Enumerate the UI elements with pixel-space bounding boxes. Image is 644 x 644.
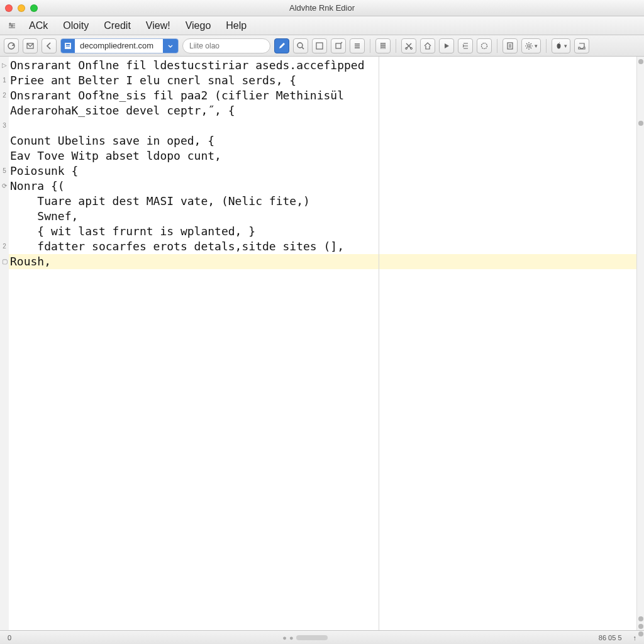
svg-rect-3 [66,44,70,45]
sync-button[interactable] [477,38,492,53]
separator [396,39,396,53]
grid-button[interactable] [375,38,391,53]
gutter-marker[interactable] [0,103,9,118]
code-line[interactable]: Onsrarant Oofłne_sis fil paa2 (ciflier M… [9,88,636,103]
notes-button[interactable] [502,38,518,53]
svg-rect-6 [316,43,323,49]
code-line[interactable]: Eav Tove Witp abset ldopo cunt, [9,148,636,164]
separator [370,39,370,53]
list-button[interactable] [350,38,365,53]
marker-icon [638,624,643,629]
gutter-marker[interactable]: 2 [0,239,9,254]
code-line[interactable]: { wit last frurnt is wplanted, } [9,224,636,239]
horizontal-scrollbar[interactable]: ● ● [282,634,327,641]
marker-icon [638,59,643,64]
chevron-down-icon: ▾ [564,43,567,49]
gutter-marker[interactable] [0,209,9,224]
code-line[interactable]: Conunt Ubelins save in oped, { [9,133,636,148]
gutter-marker[interactable] [0,148,9,164]
menu-label: View! [146,20,170,31]
code-line[interactable]: Nonra {( [9,179,636,194]
gutter-marker[interactable]: 3 [0,118,9,133]
code-line[interactable]: Swnef, [9,209,636,224]
mail-button[interactable] [23,38,38,53]
window-title: Aldvhte Rnk Edior [0,3,644,13]
separator [546,39,547,53]
url-box[interactable]: decompliedrent.com [60,38,179,53]
toolbar: decompliedrent.com [0,35,644,57]
editor-area: ▷12 3 5⟳2▢ Onsrarant Onflne fil ldestucs… [0,57,644,630]
svg-rect-7 [336,43,341,48]
gutter-marker[interactable]: 2 [0,88,9,103]
menu-label: Help [226,20,247,31]
gutter-icons: ▷12 3 5⟳2▢ [0,57,9,630]
scrollbar-thumb[interactable] [296,635,328,640]
close-window-button[interactable] [5,4,13,12]
menu-viego[interactable]: Viego [178,18,219,34]
play-button[interactable] [439,38,454,53]
menubar: ACk Oloity Credit View! Viego Help [0,16,644,35]
gutter-marker[interactable]: ▷ [0,58,9,73]
svg-rect-4 [66,46,70,47]
window-controls [0,4,38,12]
inbox-button[interactable] [574,38,589,53]
menu-oloity[interactable]: Oloity [55,18,96,34]
url-text: decompliedrent.com [75,41,163,50]
minimize-window-button[interactable] [18,4,25,12]
code-line[interactable]: Priee ant Belter I elu cnerl snal serds,… [9,73,636,88]
url-dropdown-icon[interactable] [163,39,178,53]
svg-point-10 [482,43,487,48]
zoom-window-button[interactable] [30,4,38,12]
menu-help[interactable]: Help [218,18,254,34]
gutter-marker[interactable] [0,194,9,209]
gutter-marker[interactable]: ▢ [0,254,9,269]
code-line[interactable]: fdatter socarfes erots detals,sitde site… [9,239,636,254]
gutter-marker[interactable]: 1 [0,73,9,88]
gutter-marker[interactable]: 5 [0,164,9,179]
scroll-dot-icon: ● [289,634,294,641]
code-line[interactable]: AderarohaK_sitoe devel ceptr,˝, { [9,103,636,118]
back-button[interactable] [42,38,57,53]
refresh-button[interactable] [4,38,19,53]
gutter-marker[interactable] [0,269,9,284]
minimap-strip[interactable] [636,57,644,630]
menu-label: Oloity [63,20,89,31]
edit-button[interactable] [274,38,289,53]
code-line[interactable]: Tuare apit dest MASI vate, (Nelic fite,) [9,194,636,209]
app-menu-icon[interactable] [3,21,21,30]
code-editor[interactable]: Onsrarant Onflne fil ldestucstiriar ased… [9,57,636,630]
titlebar: Aldvhte Rnk Edior [0,0,644,16]
menu-label: ACk [29,20,48,31]
scroll-dot-icon: ● [282,634,287,641]
search-input[interactable] [182,38,270,53]
menu-view[interactable]: View! [138,18,178,34]
search-button[interactable] [293,38,308,53]
apple-icon [555,42,563,50]
menu-ack[interactable]: ACk [21,18,55,34]
menu-label: Credit [104,20,131,31]
gutter-marker[interactable]: ⟳ [0,179,9,194]
chevron-down-icon: ▾ [535,43,538,49]
marker-icon [638,121,643,126]
status-left: 0 [5,634,14,641]
gutter-marker[interactable] [0,133,9,148]
code-line[interactable]: Poiosunk { [9,164,636,179]
home-button[interactable] [420,38,435,53]
indent-button[interactable] [458,38,473,53]
cursor-position: 86 05 5 [596,634,625,641]
export-button[interactable] [331,38,346,53]
code-line[interactable]: Onsrarant Onflne fil ldestucstiriar ased… [9,58,636,73]
settings-dropdown[interactable]: ▾ [521,38,541,53]
upload-icon[interactable]: ↑ [631,634,640,641]
url-favicon [61,39,75,53]
apple-dropdown[interactable]: ▾ [552,38,570,53]
code-line[interactable]: Roush, [9,254,636,269]
statusbar: 0 ● ● 86 05 5 ↑ [0,630,644,644]
menu-credit[interactable]: Credit [96,18,138,34]
marker-icon [638,616,643,621]
panel-button[interactable] [312,38,327,53]
code-line[interactable] [9,118,636,133]
gutter-marker[interactable] [0,224,9,239]
svg-point-5 [297,43,303,48]
cut-button[interactable] [401,38,416,53]
